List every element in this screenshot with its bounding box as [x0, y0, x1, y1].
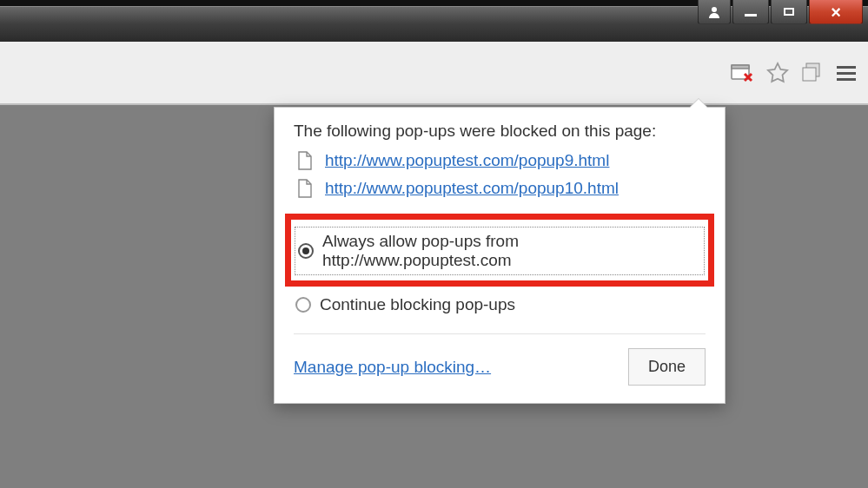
file-icon [297, 179, 313, 198]
minimize-button[interactable] [732, 0, 769, 24]
popup-blocked-panel: The following pop-ups were blocked on th… [274, 107, 726, 404]
radio-icon [298, 243, 314, 259]
blocked-popups-list: http://www.popuptest.com/popup9.html htt… [297, 151, 706, 198]
file-icon [297, 151, 313, 170]
svg-rect-7 [837, 66, 856, 69]
blocked-popup-item: http://www.popuptest.com/popup10.html [297, 179, 706, 198]
minimize-icon [745, 14, 757, 16]
radio-label: Continue blocking pop-ups [320, 295, 515, 314]
popup-blocked-icon[interactable] [731, 63, 755, 83]
popup-footer: Manage pop-up blocking… Done [294, 348, 706, 386]
divider [294, 333, 706, 334]
radio-continue-blocking[interactable]: Continue blocking pop-ups [294, 292, 706, 318]
menu-icon[interactable] [835, 63, 858, 82]
radio-label: Always allow pop-ups from http://www.pop… [322, 232, 701, 270]
svg-rect-2 [732, 65, 749, 69]
radio-icon [295, 297, 311, 313]
popup-title: The following pop-ups were blocked on th… [294, 122, 706, 141]
user-profile-button[interactable] [698, 0, 731, 24]
maximize-button[interactable] [771, 0, 807, 24]
done-button[interactable]: Done [628, 348, 706, 386]
blocked-popup-link[interactable]: http://www.popuptest.com/popup10.html [325, 179, 619, 198]
manage-popup-blocking-link[interactable]: Manage pop-up blocking… [294, 358, 491, 377]
blocked-popup-item: http://www.popuptest.com/popup9.html [297, 151, 706, 170]
maximize-icon [784, 8, 794, 16]
svg-rect-9 [837, 78, 856, 81]
close-button[interactable]: × [809, 0, 863, 24]
user-icon [707, 5, 721, 19]
radio-always-allow[interactable]: Always allow pop-ups from http://www.pop… [296, 228, 703, 274]
svg-rect-8 [837, 72, 856, 75]
popup-arrow [690, 99, 707, 108]
pages-icon[interactable] [800, 62, 825, 84]
bookmark-star-icon[interactable] [765, 61, 790, 85]
blocked-popup-link[interactable]: http://www.popuptest.com/popup9.html [325, 151, 609, 170]
svg-point-0 [712, 7, 717, 12]
highlight-annotation: Always allow pop-ups from http://www.pop… [285, 214, 714, 287]
outer-top-bar: × [0, 0, 868, 42]
window-controls: × [696, 0, 863, 24]
browser-toolbar [0, 42, 868, 105]
close-icon: × [831, 3, 841, 21]
svg-rect-6 [803, 68, 816, 81]
